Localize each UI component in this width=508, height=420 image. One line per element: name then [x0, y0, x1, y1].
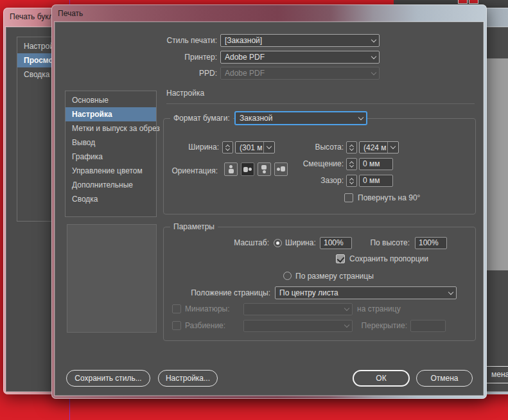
print-preview-box	[67, 224, 157, 333]
print-dialog-body: Стиль печати: [Заказной] Принтер: Adobe …	[55, 22, 484, 396]
red-swatch[interactable]	[469, 0, 478, 4]
chevron-down-icon	[387, 142, 398, 153]
paper-height-value: (424 м	[363, 143, 387, 152]
paper-width-combo[interactable]: (301 м	[235, 141, 275, 153]
red-swatch[interactable]	[458, 0, 468, 4]
setup-button[interactable]: Настройка...	[158, 370, 218, 387]
gap-field[interactable]: 0 мм	[359, 175, 393, 187]
print-dialog-titlebar[interactable]: Печать	[51, 4, 487, 22]
scale-width-field[interactable]: 100%	[320, 237, 352, 249]
offset-label: Смещение:	[286, 157, 344, 170]
print-dialog: Печать Стиль печати: [Заказной] Принтер:…	[51, 4, 487, 399]
paper-width-label: Ширина:	[168, 141, 219, 153]
scale-height-field[interactable]: 100%	[415, 237, 447, 249]
paper-width-value: (301 м	[240, 143, 263, 152]
paper-height-label: Высота:	[292, 141, 344, 153]
save-style-button[interactable]: Сохранить стиль...	[66, 370, 150, 387]
chevron-down-icon	[368, 51, 379, 63]
tiling-checkbox	[172, 321, 181, 330]
section-list-item[interactable]: Вывод	[66, 136, 156, 150]
constrain-proportions-checkbox[interactable]	[336, 254, 345, 263]
paper-height-combo[interactable]: (424 м	[359, 141, 399, 153]
chevron-down-icon	[368, 67, 379, 79]
ppd-label: PPD:	[119, 67, 217, 80]
gap-label: Зазор:	[286, 174, 344, 187]
offset-stepper[interactable]	[346, 158, 357, 170]
ppd-value: Adobe PDF	[225, 69, 368, 78]
chevron-down-icon	[368, 35, 379, 46]
printer-select[interactable]: Adobe PDF	[220, 51, 380, 64]
tiling-label: Разбиение:	[185, 319, 225, 332]
section-list-item[interactable]: Сводка	[66, 192, 156, 206]
portrait-reverse-icon	[260, 164, 268, 174]
page-position-label: Положение страницы:	[180, 286, 270, 299]
section-list-item[interactable]: Метки и выпуск за обрез	[66, 121, 156, 136]
constrain-proportions-label: Сохранить пропорции	[349, 252, 428, 265]
chevron-down-icon	[445, 287, 456, 299]
printer-value: Adobe PDF	[225, 53, 368, 62]
offset-field[interactable]: 0 мм	[359, 158, 393, 170]
per-page-label: на страницу	[357, 302, 401, 315]
fit-to-page-label: По размеру страницы	[295, 270, 374, 283]
tiling-select	[243, 320, 353, 332]
paper-format-select[interactable]: Заказной	[235, 112, 367, 125]
ppd-select: Adobe PDF	[220, 67, 380, 80]
fit-to-page-radio[interactable]	[283, 272, 292, 280]
chevron-down-icon	[355, 112, 366, 124]
printer-label: Принтер:	[119, 51, 217, 64]
orientation-label: Ориентация:	[160, 164, 218, 177]
landscape-icon	[243, 165, 252, 173]
cancel-button[interactable]: Отмена	[416, 370, 473, 387]
landscape-reverse-icon	[276, 165, 286, 173]
ok-button[interactable]: ОК	[353, 370, 410, 387]
rotate-90-checkbox[interactable]	[344, 193, 353, 202]
print-section-list: ОсновныеНастройкаМетки и выпуск за обрез…	[65, 91, 157, 217]
print-dialog-title: Печать	[58, 9, 83, 18]
chevron-down-icon	[341, 304, 352, 315]
orientation-portrait-button[interactable]	[224, 162, 238, 176]
thumbnails-label: Миниатюры:	[185, 302, 230, 315]
application-screen: Печать букл НастройкаПросмотрСводка мена…	[0, 0, 508, 420]
scale-width-label: Ширина:	[285, 236, 316, 249]
thumbnails-checkbox	[172, 304, 181, 313]
orientation-portrait-reverse-button[interactable]	[258, 162, 271, 176]
paper-height-stepper[interactable]	[346, 141, 357, 153]
section-list-item[interactable]: Основные	[66, 93, 156, 107]
scale-label: Масштаб:	[218, 236, 269, 249]
paper-format-label: Формат бумаги:	[170, 114, 233, 123]
gap-stepper[interactable]	[346, 175, 357, 187]
overlap-label: Перекрытие:	[349, 319, 407, 332]
print-booklet-title: Печать букл	[10, 12, 53, 21]
paper-format-value: Заказной	[240, 114, 355, 123]
rotate-90-label: Повернуть на 90°	[358, 191, 420, 204]
panel-title: Настройка	[166, 87, 204, 100]
options-legend: Параметры	[170, 222, 218, 232]
section-list-item[interactable]: Графика	[66, 150, 156, 164]
scale-height-label: По высоте:	[358, 236, 410, 249]
paper-width-stepper[interactable]	[222, 141, 233, 153]
section-list-item[interactable]: Дополнительные	[66, 178, 156, 192]
portrait-icon	[227, 164, 235, 174]
print-style-value: [Заказной]	[225, 36, 368, 45]
page-position-value: По центру листа	[279, 288, 445, 297]
thumbnails-select	[243, 303, 353, 315]
print-style-label: Стиль печати:	[119, 34, 217, 47]
print-style-select[interactable]: [Заказной]	[220, 34, 380, 47]
section-list-item[interactable]: Управление цветом	[66, 164, 156, 178]
section-list-item[interactable]: Настройка	[66, 107, 156, 121]
chevron-down-icon	[263, 142, 274, 153]
orientation-landscape-button[interactable]	[241, 162, 254, 176]
panel-divider	[166, 103, 475, 104]
scale-width-radio[interactable]	[274, 239, 282, 247]
page-position-select[interactable]: По центру листа	[275, 286, 457, 299]
overlap-field	[410, 320, 446, 332]
